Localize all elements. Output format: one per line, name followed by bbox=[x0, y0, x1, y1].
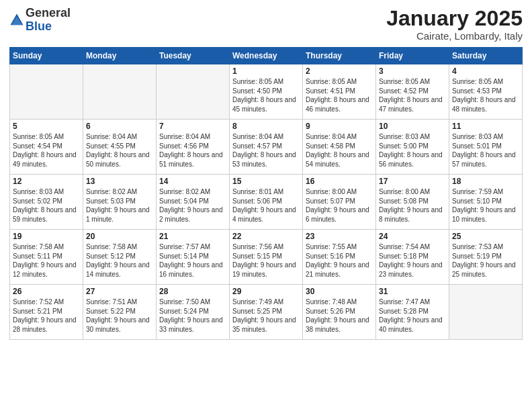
calendar-cell: 26Sunrise: 7:52 AMSunset: 5:21 PMDayligh… bbox=[10, 285, 83, 340]
calendar-week-row: 1Sunrise: 8:05 AMSunset: 4:50 PMDaylight… bbox=[10, 64, 523, 120]
calendar-cell: 29Sunrise: 7:49 AMSunset: 5:25 PMDayligh… bbox=[230, 285, 303, 340]
day-info: Sunrise: 8:04 AMSunset: 4:57 PMDaylight:… bbox=[232, 132, 300, 169]
calendar-cell: 23Sunrise: 7:55 AMSunset: 5:16 PMDayligh… bbox=[303, 230, 376, 285]
calendar-cell: 3Sunrise: 8:05 AMSunset: 4:52 PMDaylight… bbox=[376, 64, 449, 120]
calendar-cell: 9Sunrise: 8:04 AMSunset: 4:58 PMDaylight… bbox=[303, 120, 376, 175]
weekday-header: Tuesday bbox=[157, 48, 230, 64]
calendar-week-row: 5Sunrise: 8:05 AMSunset: 4:54 PMDaylight… bbox=[10, 120, 523, 175]
calendar-cell: 16Sunrise: 8:00 AMSunset: 5:07 PMDayligh… bbox=[303, 175, 376, 230]
day-number: 22 bbox=[232, 232, 300, 241]
day-number: 11 bbox=[452, 122, 519, 131]
day-info: Sunrise: 8:05 AMSunset: 4:54 PMDaylight:… bbox=[13, 132, 80, 169]
day-info: Sunrise: 8:03 AMSunset: 5:02 PMDaylight:… bbox=[13, 187, 80, 224]
calendar-cell: 15Sunrise: 8:01 AMSunset: 5:06 PMDayligh… bbox=[230, 175, 303, 230]
calendar-cell: 28Sunrise: 7:50 AMSunset: 5:24 PMDayligh… bbox=[157, 285, 230, 340]
location-subtitle: Cairate, Lombardy, Italy bbox=[386, 30, 523, 42]
calendar-cell: 8Sunrise: 8:04 AMSunset: 4:57 PMDaylight… bbox=[230, 120, 303, 175]
logo-icon bbox=[9, 13, 24, 28]
day-info: Sunrise: 7:56 AMSunset: 5:15 PMDaylight:… bbox=[232, 242, 300, 279]
day-info: Sunrise: 7:48 AMSunset: 5:26 PMDaylight:… bbox=[306, 298, 373, 334]
logo-blue: Blue bbox=[26, 19, 52, 33]
calendar-cell: 17Sunrise: 8:00 AMSunset: 5:08 PMDayligh… bbox=[376, 175, 449, 230]
day-number: 31 bbox=[379, 287, 446, 296]
day-number: 27 bbox=[86, 287, 153, 296]
calendar-cell: 5Sunrise: 8:05 AMSunset: 4:54 PMDaylight… bbox=[10, 120, 83, 175]
day-number: 3 bbox=[379, 66, 446, 76]
day-info: Sunrise: 8:04 AMSunset: 4:55 PMDaylight:… bbox=[86, 132, 153, 169]
calendar-cell: 14Sunrise: 8:02 AMSunset: 5:04 PMDayligh… bbox=[157, 175, 230, 230]
day-number: 19 bbox=[13, 232, 80, 241]
day-number: 16 bbox=[306, 177, 373, 186]
day-number: 10 bbox=[379, 122, 446, 131]
calendar-cell bbox=[157, 64, 230, 120]
day-info: Sunrise: 8:03 AMSunset: 5:01 PMDaylight:… bbox=[452, 132, 519, 169]
calendar-cell bbox=[10, 64, 83, 120]
calendar-cell: 31Sunrise: 7:47 AMSunset: 5:28 PMDayligh… bbox=[376, 285, 449, 340]
logo-general: General bbox=[26, 6, 71, 19]
day-info: Sunrise: 8:05 AMSunset: 4:50 PMDaylight:… bbox=[232, 77, 300, 113]
calendar-cell: 11Sunrise: 8:03 AMSunset: 5:01 PMDayligh… bbox=[449, 120, 523, 175]
day-number: 7 bbox=[159, 122, 226, 131]
logo: General Blue bbox=[9, 7, 71, 34]
day-info: Sunrise: 8:00 AMSunset: 5:07 PMDaylight:… bbox=[306, 187, 373, 224]
calendar-cell: 10Sunrise: 8:03 AMSunset: 5:00 PMDayligh… bbox=[376, 120, 449, 175]
day-info: Sunrise: 7:49 AMSunset: 5:25 PMDaylight:… bbox=[232, 298, 300, 334]
calendar-week-row: 19Sunrise: 7:58 AMSunset: 5:11 PMDayligh… bbox=[10, 230, 523, 285]
calendar-cell: 22Sunrise: 7:56 AMSunset: 5:15 PMDayligh… bbox=[230, 230, 303, 285]
calendar: SundayMondayTuesdayWednesdayThursdayFrid… bbox=[9, 47, 523, 340]
weekday-header: Monday bbox=[83, 48, 157, 64]
calendar-cell: 4Sunrise: 8:05 AMSunset: 4:53 PMDaylight… bbox=[449, 64, 523, 120]
calendar-cell: 21Sunrise: 7:57 AMSunset: 5:14 PMDayligh… bbox=[157, 230, 230, 285]
day-number: 4 bbox=[452, 66, 519, 76]
calendar-cell: 18Sunrise: 7:59 AMSunset: 5:10 PMDayligh… bbox=[449, 175, 523, 230]
day-number: 5 bbox=[13, 122, 80, 131]
calendar-cell: 2Sunrise: 8:05 AMSunset: 4:51 PMDaylight… bbox=[303, 64, 376, 120]
day-number: 24 bbox=[379, 232, 446, 241]
day-info: Sunrise: 7:53 AMSunset: 5:19 PMDaylight:… bbox=[452, 242, 519, 279]
day-info: Sunrise: 8:03 AMSunset: 5:00 PMDaylight:… bbox=[379, 132, 446, 169]
day-info: Sunrise: 8:01 AMSunset: 5:06 PMDaylight:… bbox=[232, 187, 300, 224]
day-number: 28 bbox=[159, 287, 226, 296]
weekday-header-row: SundayMondayTuesdayWednesdayThursdayFrid… bbox=[10, 48, 523, 64]
day-number: 6 bbox=[86, 122, 153, 131]
calendar-cell: 6Sunrise: 8:04 AMSunset: 4:55 PMDaylight… bbox=[83, 120, 157, 175]
calendar-cell bbox=[449, 285, 523, 340]
day-info: Sunrise: 8:05 AMSunset: 4:52 PMDaylight:… bbox=[379, 77, 446, 113]
page: General Blue January 2025 Cairate, Lomba… bbox=[0, 0, 532, 411]
weekday-header: Thursday bbox=[303, 48, 376, 64]
calendar-cell: 13Sunrise: 8:02 AMSunset: 5:03 PMDayligh… bbox=[83, 175, 157, 230]
calendar-cell: 27Sunrise: 7:51 AMSunset: 5:22 PMDayligh… bbox=[83, 285, 157, 340]
logo-text: General Blue bbox=[26, 7, 71, 34]
day-info: Sunrise: 7:50 AMSunset: 5:24 PMDaylight:… bbox=[159, 298, 226, 334]
calendar-cell: 1Sunrise: 8:05 AMSunset: 4:50 PMDaylight… bbox=[230, 64, 303, 120]
title-block: January 2025 Cairate, Lombardy, Italy bbox=[386, 7, 523, 42]
day-info: Sunrise: 7:52 AMSunset: 5:21 PMDaylight:… bbox=[13, 298, 80, 334]
day-info: Sunrise: 8:04 AMSunset: 4:56 PMDaylight:… bbox=[159, 132, 226, 169]
day-info: Sunrise: 7:57 AMSunset: 5:14 PMDaylight:… bbox=[159, 242, 226, 279]
day-number: 15 bbox=[232, 177, 300, 186]
calendar-cell: 19Sunrise: 7:58 AMSunset: 5:11 PMDayligh… bbox=[10, 230, 83, 285]
day-number: 23 bbox=[306, 232, 373, 241]
calendar-cell: 24Sunrise: 7:54 AMSunset: 5:18 PMDayligh… bbox=[376, 230, 449, 285]
day-info: Sunrise: 7:59 AMSunset: 5:10 PMDaylight:… bbox=[452, 187, 519, 224]
day-number: 17 bbox=[379, 177, 446, 186]
day-info: Sunrise: 7:58 AMSunset: 5:12 PMDaylight:… bbox=[86, 242, 153, 279]
day-number: 18 bbox=[452, 177, 519, 186]
day-number: 1 bbox=[232, 66, 300, 76]
day-number: 25 bbox=[452, 232, 519, 241]
day-number: 20 bbox=[86, 232, 153, 241]
calendar-cell: 30Sunrise: 7:48 AMSunset: 5:26 PMDayligh… bbox=[303, 285, 376, 340]
day-number: 13 bbox=[86, 177, 153, 186]
day-info: Sunrise: 8:05 AMSunset: 4:53 PMDaylight:… bbox=[452, 77, 519, 113]
day-info: Sunrise: 7:58 AMSunset: 5:11 PMDaylight:… bbox=[13, 242, 80, 279]
day-number: 8 bbox=[232, 122, 300, 131]
weekday-header: Sunday bbox=[10, 48, 83, 64]
weekday-header: Friday bbox=[376, 48, 449, 64]
calendar-cell: 25Sunrise: 7:53 AMSunset: 5:19 PMDayligh… bbox=[449, 230, 523, 285]
day-number: 29 bbox=[232, 287, 300, 296]
day-info: Sunrise: 7:55 AMSunset: 5:16 PMDaylight:… bbox=[306, 242, 373, 279]
day-info: Sunrise: 7:47 AMSunset: 5:28 PMDaylight:… bbox=[379, 298, 446, 334]
day-info: Sunrise: 8:05 AMSunset: 4:51 PMDaylight:… bbox=[306, 77, 373, 113]
calendar-cell: 7Sunrise: 8:04 AMSunset: 4:56 PMDaylight… bbox=[157, 120, 230, 175]
day-number: 14 bbox=[159, 177, 226, 186]
